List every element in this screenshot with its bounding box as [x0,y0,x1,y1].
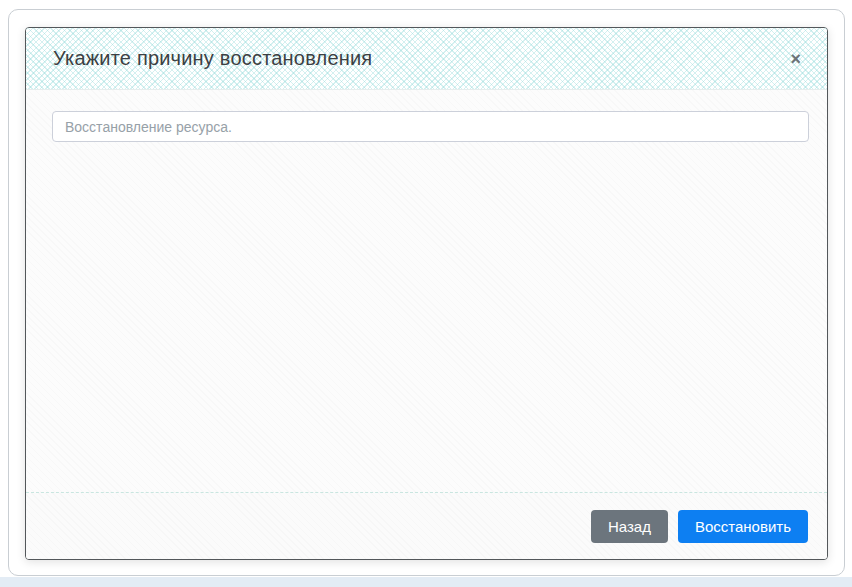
restore-button[interactable]: Восстановить [678,510,808,543]
restore-reason-input[interactable] [52,111,809,142]
restore-reason-modal: Укажите причину восстановления × Назад В… [25,27,828,560]
back-button[interactable]: Назад [591,510,668,543]
modal-footer: Назад Восстановить [26,492,827,559]
modal-body [26,90,827,492]
close-icon[interactable]: × [786,48,805,70]
modal-header: Укажите причину восстановления × [26,28,827,90]
screenshot-frame: Укажите причину восстановления × Назад В… [8,9,845,576]
modal-title: Укажите причину восстановления [53,47,372,70]
page-bottom-strip [0,577,852,587]
